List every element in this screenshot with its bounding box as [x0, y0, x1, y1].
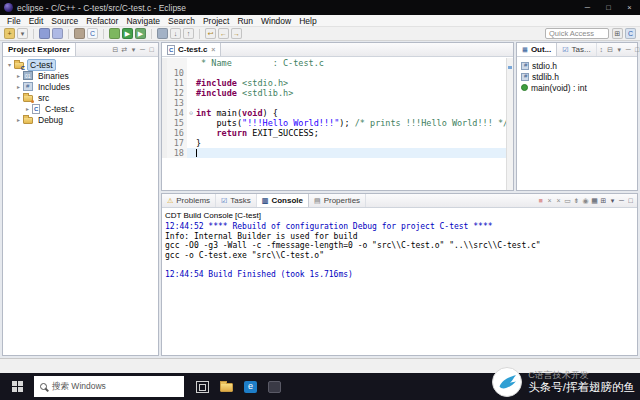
- outline-item-label: main(void) : int: [531, 83, 587, 93]
- code-line-10[interactable]: 10: [162, 68, 506, 78]
- maximize-icon[interactable]: □: [633, 44, 640, 56]
- tab-console[interactable]: ▥Console: [257, 194, 309, 207]
- app-icon-2[interactable]: [268, 381, 281, 393]
- close-tab-icon[interactable]: ×: [211, 46, 215, 53]
- fold-icon[interactable]: ⊖: [187, 108, 195, 118]
- tree-item-src[interactable]: ▾src: [3, 92, 158, 103]
- external-tools-icon[interactable]: ▶: [135, 28, 146, 39]
- taskbar-search-box[interactable]: 搜索 Windows: [34, 376, 184, 397]
- tree-item-includes[interactable]: ▸Includes: [3, 81, 158, 92]
- pin-console-icon[interactable]: ◉: [581, 195, 590, 207]
- clear-console-icon[interactable]: ▭: [563, 195, 572, 207]
- last-edit-location-icon[interactable]: ↩: [205, 28, 216, 39]
- cpp-perspective-icon[interactable]: C: [625, 28, 636, 39]
- menu-search[interactable]: Search: [164, 16, 199, 26]
- link-with-editor-icon[interactable]: ⇄: [120, 44, 129, 56]
- next-annotation-icon[interactable]: ↓: [170, 28, 181, 39]
- tab-problems[interactable]: ⚠Problems: [162, 194, 216, 207]
- tab-project-explorer[interactable]: Project Explorer: [3, 43, 76, 56]
- quick-access-box[interactable]: Quick Access: [545, 28, 609, 39]
- menu-run[interactable]: Run: [233, 16, 257, 26]
- window-minimize-button[interactable]: ─: [577, 0, 598, 15]
- code-line-14[interactable]: 14⊖int main(void) {: [162, 108, 506, 118]
- app-icon-1[interactable]: [244, 381, 257, 393]
- code-editor[interactable]: * Name : C-test.c1011#include <stdio.h>1…: [162, 58, 506, 190]
- terminate-icon[interactable]: ■: [536, 195, 545, 207]
- code-line-12[interactable]: 12#include <stdlib.h>: [162, 88, 506, 98]
- remove-all-launches-icon[interactable]: ×: [554, 195, 563, 207]
- back-icon[interactable]: ←: [218, 28, 229, 39]
- sort-icon[interactable]: ↕: [597, 44, 606, 56]
- expander-icon[interactable]: ▸: [14, 72, 23, 79]
- collapse-all-icon[interactable]: ⊟: [606, 44, 615, 56]
- expander-icon[interactable]: ▸: [14, 83, 23, 90]
- tree-item-c-test-c[interactable]: ▸C-test.c: [3, 103, 158, 114]
- prev-annotation-icon[interactable]: ↑: [183, 28, 194, 39]
- menu-source[interactable]: Source: [47, 16, 82, 26]
- run-icon[interactable]: ▶: [122, 28, 133, 39]
- overview-marker: [508, 66, 512, 69]
- tab-tas[interactable]: ☑Tas...: [557, 43, 596, 56]
- menu-file[interactable]: File: [3, 16, 25, 26]
- task-view-icon[interactable]: [196, 381, 209, 393]
- open-perspective-icon[interactable]: ⊞: [612, 28, 623, 39]
- maximize-icon[interactable]: □: [147, 44, 156, 56]
- code-line-15[interactable]: 15 puts("!!!Hello World!!!"); /* prints …: [162, 118, 506, 128]
- open-console-icon[interactable]: ⊞: [599, 195, 608, 207]
- expander-icon[interactable]: ▸: [14, 116, 23, 123]
- overview-ruler[interactable]: [506, 58, 513, 190]
- tree-item-c-test[interactable]: ▾C-test: [3, 59, 158, 70]
- expander-icon[interactable]: ▸: [23, 105, 32, 112]
- tab-out[interactable]: ≣Out...: [517, 43, 557, 56]
- tree-item-debug[interactable]: ▸Debug: [3, 114, 158, 125]
- start-button[interactable]: [0, 373, 34, 400]
- tree-item-binaries[interactable]: ▸Binaries: [3, 70, 158, 81]
- outline-item-main-void-int[interactable]: main(void) : int: [517, 82, 637, 93]
- debug-icon[interactable]: [109, 28, 120, 39]
- build-icon[interactable]: [74, 28, 85, 39]
- view-menu-icon[interactable]: ▾: [129, 44, 138, 56]
- menu-edit[interactable]: Edit: [25, 16, 48, 26]
- expander-icon[interactable]: ▾: [14, 94, 23, 101]
- window-maximize-button[interactable]: □: [598, 0, 619, 15]
- window-close-button[interactable]: ×: [619, 0, 640, 15]
- outline-item-stdio-h[interactable]: stdio.h: [517, 60, 637, 71]
- save-all-icon[interactable]: [52, 28, 63, 39]
- bottom-view-tabs: ⚠Problems☑Tasks▥Console▤Properties: [162, 194, 366, 207]
- tab-properties[interactable]: ▤Properties: [309, 194, 366, 207]
- text-cursor: [196, 149, 197, 157]
- new-c-source-icon[interactable]: C: [87, 28, 98, 39]
- minimize-icon[interactable]: ─: [624, 44, 633, 56]
- save-icon[interactable]: [39, 28, 50, 39]
- menu-navigate[interactable]: Navigate: [122, 16, 164, 26]
- code-line-16[interactable]: 16 return EXIT_SUCCESS;: [162, 128, 506, 138]
- new-dropdown-icon[interactable]: ▾: [17, 28, 28, 39]
- menu-refactor[interactable]: Refactor: [82, 16, 122, 26]
- menu-project[interactable]: Project: [199, 16, 233, 26]
- tab-tasks[interactable]: ☑Tasks: [216, 194, 257, 207]
- search-icon[interactable]: [157, 28, 168, 39]
- scroll-lock-icon[interactable]: ⇟: [572, 195, 581, 207]
- view-menu-icon[interactable]: ▾: [608, 195, 617, 207]
- view-menu-icon[interactable]: ▾: [615, 44, 624, 56]
- expander-icon[interactable]: ▾: [5, 61, 14, 68]
- new-wizard-icon[interactable]: +: [4, 28, 15, 39]
- minimize-icon[interactable]: ─: [617, 195, 626, 207]
- menu-window[interactable]: Window: [257, 16, 295, 26]
- collapse-all-icon[interactable]: ⊟: [111, 44, 120, 56]
- code-line-11[interactable]: 11#include <stdio.h>: [162, 78, 506, 88]
- display-console-icon[interactable]: ▦: [590, 195, 599, 207]
- code-line-13[interactable]: 13: [162, 98, 506, 108]
- code-line-18[interactable]: 18: [162, 148, 506, 158]
- menu-help[interactable]: Help: [295, 16, 320, 26]
- file-explorer-icon[interactable]: [220, 383, 233, 392]
- outline-item-stdlib-h[interactable]: stdlib.h: [517, 71, 637, 82]
- maximize-icon[interactable]: □: [626, 195, 635, 207]
- code-line[interactable]: * Name : C-test.c: [162, 58, 506, 68]
- forward-icon[interactable]: →: [231, 28, 242, 39]
- tab-editor-c-test-c[interactable]: C-test.c ×: [162, 43, 221, 56]
- console-output[interactable]: CDT Build Console [C-test] 12:44:52 ****…: [162, 209, 637, 355]
- remove-launch-icon[interactable]: ×: [545, 195, 554, 207]
- code-line-17[interactable]: 17}: [162, 138, 506, 148]
- minimize-icon[interactable]: ─: [138, 44, 147, 56]
